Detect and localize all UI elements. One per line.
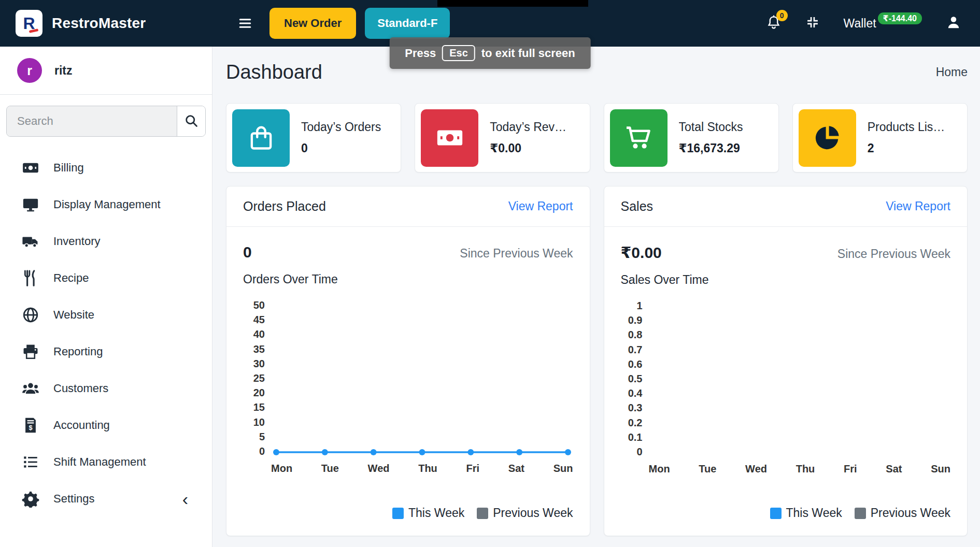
- brand-name: RestroMaster: [52, 15, 146, 32]
- account-menu-button[interactable]: [946, 15, 961, 32]
- plan-button[interactable]: Standard-F: [365, 8, 450, 39]
- x-axis-labels: MonTueWedThuFriSatSun: [649, 457, 951, 479]
- stat-cards-row: Today’s Orders 0 Today’s Rev… ₹0.00: [226, 103, 968, 172]
- orders-placed-panel: Orders Placed View Report 0 Since Previo…: [226, 186, 590, 536]
- sidebar-item-label: Billing: [53, 161, 84, 175]
- search-button[interactable]: [177, 106, 205, 136]
- stat-title: Total Stocks: [679, 120, 743, 134]
- sidebar-item-label: Inventory: [53, 235, 101, 248]
- legend-this-week[interactable]: This Week: [392, 506, 464, 520]
- sidebar-item-billing[interactable]: Billing: [0, 149, 212, 186]
- sales-total: ₹0.00: [621, 243, 662, 262]
- panel-title: Sales: [621, 199, 654, 214]
- user-avatar[interactable]: r: [17, 58, 42, 83]
- panel-title: Orders Placed: [243, 199, 326, 214]
- sidebar-item-label: Display Management: [53, 198, 161, 211]
- stat-title: Today’s Orders: [301, 120, 381, 134]
- chart-title: Sales Over Time: [621, 273, 951, 287]
- notifications-button[interactable]: 0: [766, 15, 782, 32]
- orders-total: 0: [243, 243, 252, 261]
- search-icon: [184, 113, 198, 129]
- chart-legend: This Week Previous Week: [243, 496, 573, 520]
- y-axis-labels: 10.90.80.70.60.50.40.30.20.10: [621, 300, 649, 457]
- truck-icon: [21, 233, 40, 250]
- user-icon: [946, 23, 961, 32]
- monitor-icon: [21, 196, 40, 213]
- sidebar-item-label: Customers: [53, 382, 108, 395]
- sidebar-item-customers[interactable]: Customers: [0, 370, 212, 407]
- toast-text-suffix: to exit full screen: [481, 47, 575, 60]
- notification-badge: 0: [776, 10, 788, 21]
- restromaster-logo: R: [16, 10, 42, 37]
- sidebar-search: [6, 106, 206, 137]
- legend-this-week[interactable]: This Week: [770, 506, 842, 520]
- breadcrumb-home[interactable]: Home: [936, 65, 968, 79]
- compare-label: Since Previous Week: [460, 247, 573, 261]
- legend-swatch: [392, 508, 404, 519]
- todays-revenue-card: Today’s Rev… ₹0.00: [415, 103, 590, 172]
- sidebar-item-label: Settings: [53, 492, 95, 506]
- sidebar: r ritz Billing Display Man: [0, 47, 212, 547]
- restromaster-app: R RestroMaster New Order Standard-F 0: [0, 0, 980, 547]
- fullscreen-top-strip: [437, 0, 588, 7]
- chart-legend: This Week Previous Week: [621, 496, 951, 520]
- wallet-balance-badge: ₹-144.40: [878, 12, 922, 24]
- compress-icon: [805, 22, 820, 31]
- sidebar-item-website[interactable]: Website: [0, 296, 212, 333]
- sidebar-item-reporting[interactable]: Reporting: [0, 333, 212, 370]
- new-order-button[interactable]: New Order: [269, 8, 356, 39]
- main-content: Dashboard Home Today’s Orders 0 Today’s …: [212, 47, 980, 547]
- y-axis-labels: 50454035302520151050: [243, 300, 271, 456]
- toast-text-prefix: Press: [405, 47, 436, 60]
- exit-fullscreen-button[interactable]: [805, 15, 820, 32]
- sidebar-menu: Billing Display Management Inventory Rec…: [0, 144, 212, 517]
- sales-over-time-chart: 10.90.80.70.60.50.40.30.20.10 MonTueWedT…: [621, 300, 951, 479]
- legend-label: This Week: [786, 506, 842, 520]
- user-name: ritz: [54, 64, 73, 78]
- sidebar-item-label: Reporting: [53, 345, 103, 358]
- view-report-link[interactable]: View Report: [508, 199, 573, 213]
- legend-label: Previous Week: [871, 506, 950, 520]
- legend-swatch: [770, 508, 782, 519]
- stat-value: 0: [301, 141, 381, 155]
- stat-value: ₹0.00: [490, 141, 566, 155]
- sidebar-item-shift-management[interactable]: Shift Management: [0, 443, 212, 480]
- sidebar-collapse-chevron-icon[interactable]: ‹: [182, 490, 188, 508]
- chart-title: Orders Over Time: [243, 272, 573, 286]
- search-input[interactable]: [7, 106, 177, 136]
- wallet-label: Wallet: [844, 17, 876, 31]
- globe-icon: [21, 306, 40, 324]
- shopping-bag-icon: [232, 109, 290, 167]
- sidebar-item-recipe[interactable]: Recipe: [0, 260, 212, 296]
- gear-icon: [21, 490, 40, 508]
- topbar-right: 0 Wallet ₹-144.40: [766, 15, 980, 32]
- sidebar-item-settings[interactable]: Settings ‹: [0, 480, 212, 517]
- utensils-icon: [21, 269, 40, 287]
- stat-title: Products Lis…: [868, 120, 945, 134]
- x-axis-labels: MonTueWedThuFriSatSun: [271, 456, 573, 478]
- printer-icon: [21, 343, 40, 361]
- legend-previous-week[interactable]: Previous Week: [855, 506, 950, 520]
- legend-label: Previous Week: [493, 506, 573, 520]
- total-stocks-card: Total Stocks ₹16,673.29: [604, 103, 779, 172]
- legend-previous-week[interactable]: Previous Week: [477, 506, 573, 520]
- brand: R RestroMaster: [0, 10, 212, 37]
- sidebar-item-accounting[interactable]: $ Accounting: [0, 407, 212, 443]
- todays-orders-card: Today’s Orders 0: [226, 103, 401, 172]
- sidebar-item-label: Shift Management: [53, 455, 146, 469]
- stat-value: 2: [868, 141, 945, 155]
- legend-label: This Week: [408, 506, 464, 520]
- svg-text:$: $: [29, 424, 32, 431]
- wallet-button[interactable]: Wallet ₹-144.40: [844, 17, 922, 31]
- hamburger-menu-icon[interactable]: [234, 12, 256, 34]
- money-bill-icon: [21, 159, 40, 177]
- sidebar-item-label: Website: [53, 308, 94, 322]
- bell-icon: [766, 23, 782, 32]
- legend-swatch: [855, 508, 866, 519]
- sidebar-item-display-management[interactable]: Display Management: [0, 186, 212, 223]
- view-report-link[interactable]: View Report: [886, 199, 950, 213]
- chart-panels-row: Orders Placed View Report 0 Since Previo…: [226, 186, 968, 536]
- users-icon: [21, 380, 40, 397]
- sidebar-user: r ritz: [0, 47, 212, 95]
- sidebar-item-inventory[interactable]: Inventory: [0, 223, 212, 260]
